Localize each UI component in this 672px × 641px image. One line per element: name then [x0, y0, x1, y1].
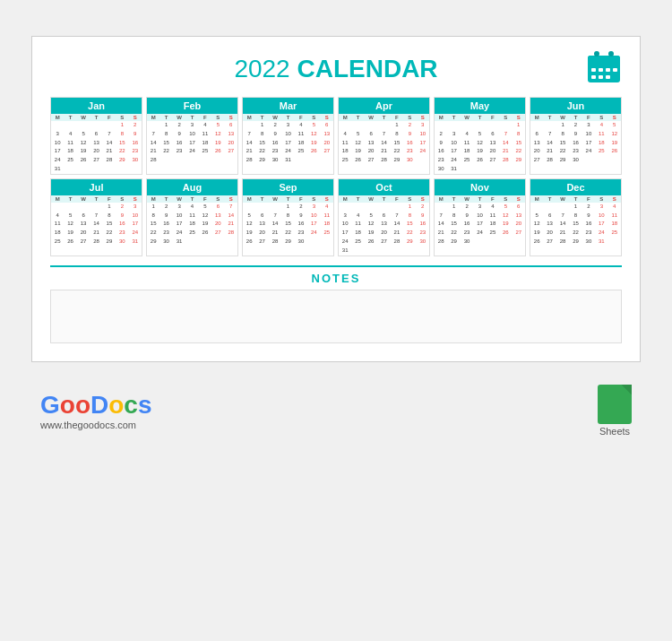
month-block-jan: JanMTWTFSS123456789101112131415161718192… [50, 97, 142, 175]
month-header-may: May [435, 98, 525, 114]
days-grid-jul: 1234567891011121314151617181920212223242… [51, 203, 142, 248]
day-cell: 8 [556, 130, 569, 139]
day-cell: 4 [199, 121, 211, 130]
day-cell: 25 [295, 147, 307, 156]
day-cell [447, 247, 460, 248]
day-header-s: S [321, 114, 333, 121]
day-header-t: T [255, 114, 268, 121]
day-header-s: S [499, 195, 512, 203]
day-cell [513, 238, 525, 247]
day-cell: 29 [103, 238, 116, 247]
month-block-sep: SepMTWTFSS123456789101112131415161718192… [242, 178, 334, 256]
day-cell: 20 [255, 229, 268, 238]
day-cell: 18 [185, 220, 198, 229]
day-cell [543, 203, 556, 212]
day-cell: 7 [147, 130, 159, 139]
day-cell: 23 [417, 229, 429, 238]
day-cell: 25 [595, 147, 607, 156]
day-cell: 10 [473, 212, 486, 221]
day-cell: 30 [116, 238, 128, 247]
day-cell: 18 [321, 220, 333, 229]
day-cell: 26 [77, 156, 90, 165]
month-block-mar: MarMTWTFSS123456789101112131415161718192… [242, 97, 334, 175]
day-cell: 26 [530, 238, 543, 247]
day-cell: 19 [530, 229, 543, 238]
day-cell: 1 [147, 203, 159, 212]
day-cell: 6 [211, 203, 224, 212]
calendar-icon [586, 50, 622, 86]
day-cell: 22 [569, 229, 582, 238]
day-cell: 6 [225, 121, 237, 130]
day-cell: 19 [77, 147, 90, 156]
day-cell: 21 [90, 229, 102, 238]
day-cell: 10 [281, 130, 294, 139]
day-cell: 18 [199, 139, 211, 148]
day-cell [339, 121, 351, 130]
notes-box[interactable] [50, 290, 622, 343]
day-cell: 7 [243, 130, 255, 139]
day-header-t: T [351, 195, 364, 203]
day-cell: 28 [543, 156, 556, 165]
day-cell: 5 [64, 212, 76, 221]
day-cell [435, 247, 447, 248]
day-cell: 30 [461, 238, 473, 247]
day-cell: 9 [435, 139, 447, 148]
day-cell [199, 247, 211, 248]
svg-rect-8 [613, 68, 617, 72]
day-cell: 24 [473, 229, 486, 238]
day-cell: 4 [461, 130, 473, 139]
day-header-f: F [295, 195, 307, 203]
day-cell: 13 [513, 212, 525, 221]
day-header-f: F [199, 195, 211, 203]
day-header-s: S [403, 195, 416, 203]
day-cell: 17 [595, 220, 607, 229]
day-header-s: S [225, 114, 237, 121]
day-cell: 18 [339, 147, 351, 156]
day-header-w: W [556, 195, 569, 203]
day-cell: 17 [51, 147, 64, 156]
day-cell: 15 [147, 220, 159, 229]
day-cell: 11 [321, 212, 333, 221]
day-header-m: M [147, 195, 159, 203]
day-cell [173, 156, 185, 165]
notes-section: NOTES [50, 265, 622, 343]
day-cell: 13 [365, 139, 377, 148]
day-cell: 9 [173, 130, 185, 139]
day-cell: 3 [473, 203, 486, 212]
day-cell: 19 [473, 147, 486, 156]
day-cell [447, 121, 460, 130]
day-header-t: T [543, 195, 556, 203]
day-cell: 16 [129, 139, 142, 148]
day-cell: 16 [435, 147, 447, 156]
day-cell: 7 [269, 212, 281, 221]
day-cell: 4 [295, 121, 307, 130]
day-cell [90, 203, 102, 212]
month-header-jul: Jul [51, 179, 142, 195]
day-cell: 20 [225, 139, 237, 148]
day-cell [513, 247, 525, 248]
day-header-t: T [543, 114, 556, 121]
day-cell: 2 [417, 203, 429, 212]
day-cell: 2 [403, 121, 416, 130]
svg-point-4 [608, 51, 614, 56]
day-cell [64, 165, 76, 174]
day-cell: 9 [295, 212, 307, 221]
day-cell: 21 [377, 147, 390, 156]
day-cell: 7 [377, 130, 390, 139]
day-cell [365, 165, 377, 167]
day-cell: 10 [129, 212, 142, 221]
day-cell: 20 [543, 229, 556, 238]
day-cell: 21 [391, 229, 403, 238]
day-header-s: S [307, 114, 320, 121]
day-cell [243, 121, 255, 130]
day-cell: 17 [417, 139, 429, 148]
day-cell [321, 238, 333, 247]
day-header-s: S [595, 114, 607, 121]
day-cell: 4 [595, 121, 607, 130]
day-cell: 8 [569, 212, 582, 221]
day-cell: 24 [129, 229, 142, 238]
day-cell: 13 [377, 220, 390, 229]
day-cell: 30 [417, 238, 429, 247]
day-cell: 19 [351, 147, 364, 156]
day-cell: 9 [403, 130, 416, 139]
